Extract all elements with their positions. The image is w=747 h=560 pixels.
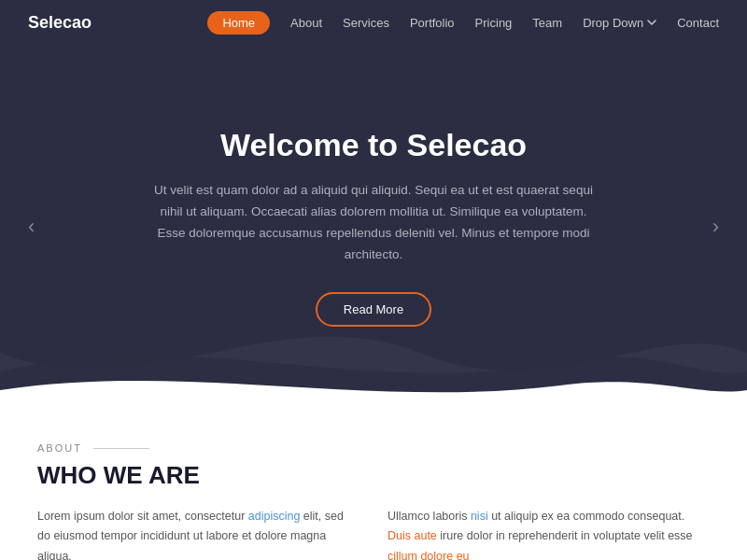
nav-home-link[interactable]: Home (207, 11, 270, 35)
navbar: Selecao Home About Services Portfolio Pr… (0, 0, 747, 45)
about-col2-link3[interactable]: cillum dolore eu (388, 550, 470, 561)
about-label: ABOUT (37, 442, 710, 454)
chevron-down-icon (647, 18, 656, 27)
hero-text: Ut velit est quam dolor ad a aliquid qui… (149, 180, 598, 266)
about-title: WHO WE ARE (37, 461, 710, 490)
about-section: ABOUT WHO WE ARE Lorem ipsum dolor sit a… (0, 409, 747, 560)
brand: Selecao (28, 13, 92, 33)
hero-section: ‹ Welcome to Selecao Ut velit est quam d… (0, 45, 747, 409)
about-columns: Lorem ipsum dolor sit amet, consectetur … (37, 507, 710, 560)
hero-next-button[interactable]: › (703, 205, 728, 248)
about-col1-text: Lorem ipsum dolor sit amet, consectetur … (37, 507, 359, 560)
about-col2-link1[interactable]: nisi (471, 510, 488, 523)
nav-links: Home About Services Portfolio Pricing Te… (207, 14, 719, 31)
nav-item-services[interactable]: Services (343, 14, 389, 31)
nav-pricing-link[interactable]: Pricing (475, 16, 513, 30)
about-col2-link2[interactable]: Duis aute (388, 529, 437, 542)
hero-read-more-button[interactable]: Read More (316, 292, 431, 327)
hero-title: Welcome to Selecao (149, 127, 598, 163)
nav-item-pricing[interactable]: Pricing (475, 14, 513, 31)
nav-portfolio-link[interactable]: Portfolio (410, 16, 455, 30)
nav-services-link[interactable]: Services (343, 16, 389, 30)
about-col1-link[interactable]: adipiscing (248, 510, 301, 523)
nav-dropdown-link[interactable]: Drop Down (583, 16, 656, 30)
nav-item-about[interactable]: About (290, 14, 322, 31)
nav-contact-link[interactable]: Contact (677, 16, 719, 30)
nav-team-link[interactable]: Team (532, 16, 562, 30)
hero-content: Welcome to Selecao Ut velit est quam dol… (112, 127, 635, 327)
nav-item-contact[interactable]: Contact (677, 14, 719, 31)
nav-item-dropdown[interactable]: Drop Down (583, 16, 656, 30)
nav-item-portfolio[interactable]: Portfolio (410, 14, 455, 31)
nav-about-link[interactable]: About (290, 16, 322, 30)
about-col2-text: Ullamco laboris nisi ut aliquip ex ea co… (388, 507, 710, 560)
nav-item-team[interactable]: Team (532, 14, 562, 31)
hero-prev-button[interactable]: ‹ (19, 205, 44, 248)
nav-item-home[interactable]: Home (207, 14, 270, 31)
